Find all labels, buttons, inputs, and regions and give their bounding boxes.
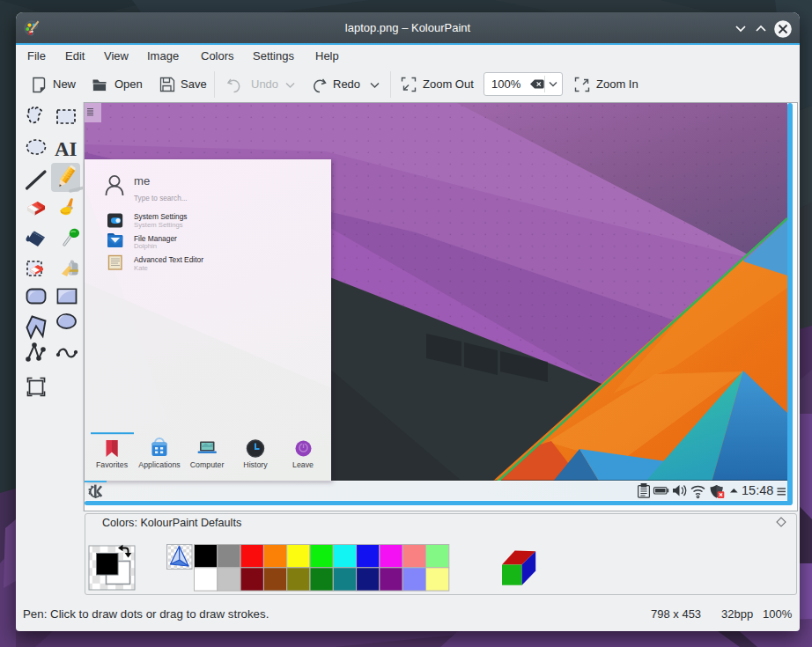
svg-text:AI: AI bbox=[55, 138, 78, 160]
